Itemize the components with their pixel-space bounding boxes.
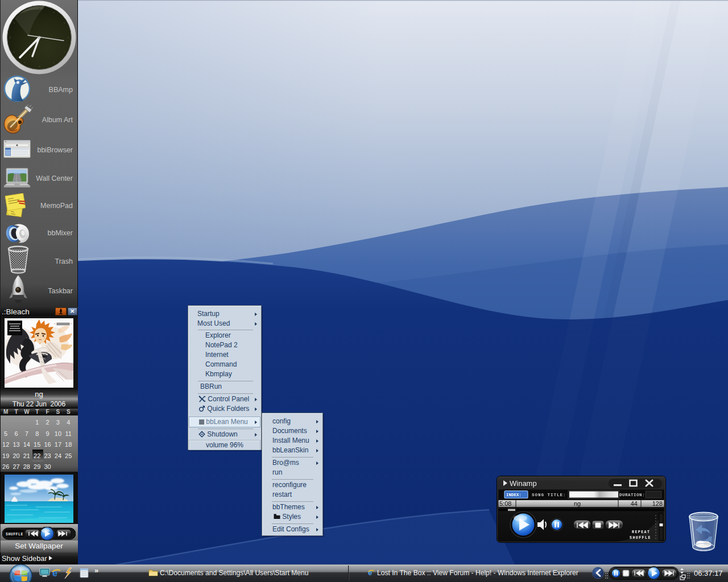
svg-text:128: 128 — [652, 500, 663, 507]
svg-text:INDEX:: INDEX: — [506, 493, 522, 497]
svg-text:DURATION:: DURATION: — [619, 493, 645, 497]
svg-text:SHUFFLE: SHUFFLE — [630, 536, 651, 540]
svg-text:SONG TITLE:: SONG TITLE: — [532, 493, 566, 497]
svg-text:e: e — [368, 568, 372, 577]
svg-text:REPEAT: REPEAT — [632, 530, 650, 534]
svg-text:5:08: 5:08 — [499, 500, 511, 507]
svg-text:ng: ng — [574, 500, 581, 507]
svg-text:44: 44 — [631, 500, 638, 507]
svg-text:Winamp: Winamp — [510, 479, 537, 488]
svg-text:SHUFFLE: SHUFFLE — [6, 533, 23, 537]
